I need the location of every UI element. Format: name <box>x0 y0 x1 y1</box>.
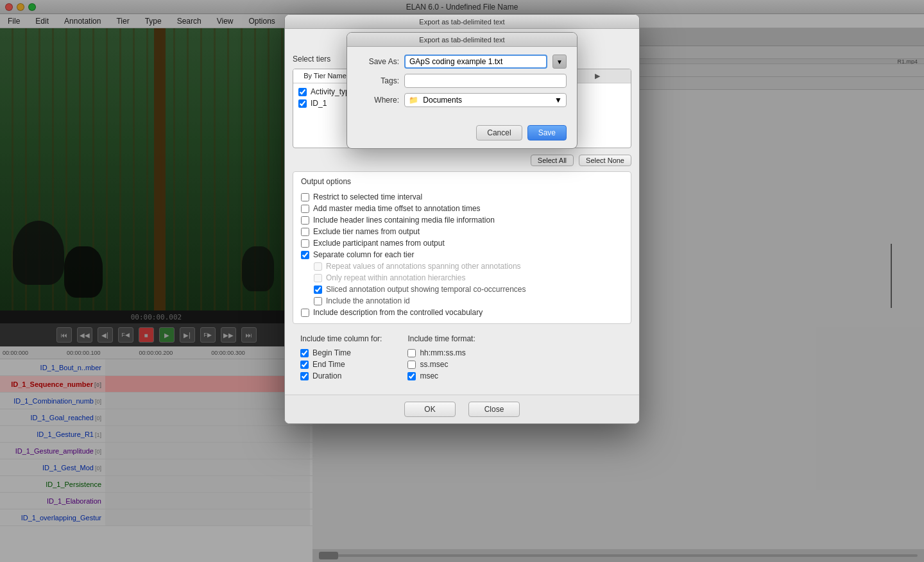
option-row: Include description from the controlled … <box>301 307 623 318</box>
tags-label: Tags: <box>357 76 399 85</box>
option-label-8: Sliced annotation output showing tempora… <box>326 285 526 294</box>
time-option-begin: Begin Time <box>300 347 382 359</box>
format-ss-checkbox[interactable] <box>407 361 416 369</box>
tier-label-id1: ID_1 <box>311 99 327 108</box>
option-label-6: Repeat values of annotations spanning ot… <box>326 262 521 271</box>
format-ss-label: ss.msec <box>420 360 448 369</box>
where-label: Where: <box>357 96 399 105</box>
save-as-input[interactable] <box>404 55 547 69</box>
option-label-1: Add master media time offset to annotati… <box>313 204 481 213</box>
dialog-window-title: Export as tab-delimited text <box>419 18 504 26</box>
dialog-titlebar: Export as tab-delimited text <box>285 15 639 29</box>
option-row: Sliced annotation output showing tempora… <box>301 284 623 295</box>
option-checkbox-6[interactable] <box>314 262 322 271</box>
export-dialog: Export as tab-delimited text Export tier… <box>284 14 640 424</box>
option-row: Repeat values of annotations spanning ot… <box>301 260 623 272</box>
option-label-0: Restrict to selected time interval <box>313 192 422 201</box>
option-row: Include header lines containing media fi… <box>301 214 623 226</box>
time-format-col: Include time format: hh:mm:ss.ms ss.msec… <box>407 334 475 382</box>
time-columns-section: Include time column for: Begin Time End … <box>293 329 631 387</box>
duration-checkbox[interactable] <box>300 372 309 380</box>
option-row: Separate column for each tier <box>301 249 623 260</box>
modal-overlay: Export as tab-delimited text Export tier… <box>0 0 924 562</box>
format-msec-checkbox[interactable] <box>407 372 416 380</box>
where-select[interactable]: 📁 Documents ▼ <box>404 93 567 107</box>
option-checkbox-5[interactable] <box>301 251 309 259</box>
save-dialog-body: Save As: ▼ Tags: Where: 📁 Documents <box>347 47 577 120</box>
tags-row: Tags: <box>357 74 567 88</box>
format-msec-label: msec <box>420 371 438 380</box>
ok-button[interactable]: OK <box>404 402 456 417</box>
format-hh-checkbox[interactable] <box>407 349 416 357</box>
option-label-7: Only repeat within annotation hierarchie… <box>326 273 465 282</box>
dialog-footer: OK Close <box>285 395 639 423</box>
include-time-format-label: Include time format: <box>407 334 475 343</box>
option-label-9: Include the annotation id <box>326 296 410 305</box>
close-button-dialog[interactable]: Close <box>468 402 520 417</box>
select-none-button[interactable]: Select None <box>579 155 631 166</box>
save-as-row: Save As: ▼ <box>357 55 567 69</box>
save-as-dropdown[interactable]: ▼ <box>552 55 567 69</box>
option-row: Include the annotation id <box>301 295 623 307</box>
option-checkbox-1[interactable] <box>301 205 309 213</box>
folder-icon: 📁 <box>409 96 418 105</box>
save-as-label: Save As: <box>357 57 399 66</box>
option-label-4: Exclude participant names from output <box>313 239 445 248</box>
time-column-for: Include time column for: Begin Time End … <box>300 334 382 382</box>
time-option-end: End Time <box>300 359 382 370</box>
option-row: Add master media time offset to annotati… <box>301 203 623 214</box>
save-button[interactable]: Save <box>527 125 567 140</box>
format-option-ss: ss.msec <box>407 359 475 370</box>
time-option-duration: Duration <box>300 370 382 382</box>
option-row: Exclude tier names from output <box>301 226 623 237</box>
save-dialog-title: Export as tab-delimited text <box>419 36 504 44</box>
output-options-label: Output options <box>301 177 623 186</box>
option-label-2: Include header lines containing media fi… <box>313 216 495 225</box>
option-checkbox-10[interactable] <box>301 309 309 317</box>
option-checkbox-4[interactable] <box>301 239 309 248</box>
option-label-5: Separate column for each tier <box>313 250 414 259</box>
option-checkbox-3[interactable] <box>301 228 309 236</box>
tier-checkbox-activity[interactable] <box>298 88 307 96</box>
end-time-checkbox[interactable] <box>300 361 309 369</box>
end-time-label: End Time <box>312 360 345 369</box>
select-buttons-row: Select All Select None <box>293 155 631 166</box>
duration-label: Duration <box>312 371 341 380</box>
begin-time-label: Begin Time <box>312 348 351 357</box>
cancel-save-button[interactable]: Cancel <box>476 125 522 140</box>
where-value: 📁 Documents <box>409 96 462 105</box>
option-row: Exclude participant names from output <box>301 237 623 249</box>
save-dialog-buttons: Cancel Save <box>347 120 577 148</box>
output-options-section: Output options Restrict to selected time… <box>293 171 631 324</box>
option-label-10: Include description from the controlled … <box>313 308 483 317</box>
where-row: Where: 📁 Documents ▼ <box>357 93 567 107</box>
option-checkbox-9[interactable] <box>314 297 322 305</box>
option-checkbox-0[interactable] <box>301 193 309 201</box>
option-checkbox-7[interactable] <box>314 274 322 282</box>
save-dialog: Export as tab-delimited text Save As: ▼ … <box>346 32 578 149</box>
format-hh-label: hh:mm:ss.ms <box>420 348 465 357</box>
option-label-3: Exclude tier names from output <box>313 227 420 236</box>
begin-time-checkbox[interactable] <box>300 349 309 357</box>
tags-input[interactable] <box>404 74 567 88</box>
save-dialog-titlebar: Export as tab-delimited text <box>347 33 577 47</box>
include-time-column-label: Include time column for: <box>300 334 382 343</box>
option-checkbox-8[interactable] <box>314 285 322 294</box>
format-option-hh: hh:mm:ss.ms <box>407 347 475 359</box>
option-row: Restrict to selected time interval <box>301 191 623 203</box>
option-checkbox-2[interactable] <box>301 216 309 225</box>
select-all-button[interactable]: Select All <box>531 155 574 166</box>
option-row: Only repeat within annotation hierarchie… <box>301 272 623 284</box>
where-dropdown-arrow: ▼ <box>554 96 562 105</box>
format-option-msec: msec <box>407 370 475 382</box>
tier-checkbox-id1[interactable] <box>298 99 307 108</box>
